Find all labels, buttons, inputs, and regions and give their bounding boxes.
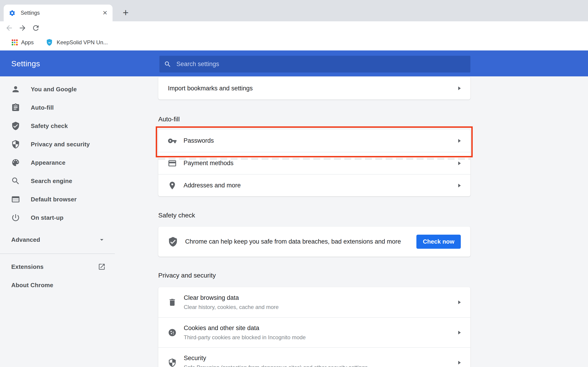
clipboard-icon xyxy=(11,103,20,112)
settings-header: Settings xyxy=(0,50,588,76)
sidebar-divider xyxy=(0,253,115,254)
settings-search-box[interactable] xyxy=(159,56,470,73)
settings-gear-favicon-icon xyxy=(9,10,16,17)
browser-toolbar: Chrome chrome:// settings ⋮ xyxy=(0,21,588,34)
svg-text:∞: ∞ xyxy=(48,41,51,44)
privacy-card: Clear browsing data Clear history, cooki… xyxy=(158,287,470,367)
dashed-underline xyxy=(158,158,470,160)
sidebar-item-default-browser[interactable]: Default browser xyxy=(0,190,115,209)
autofill-card-wrap: Passwords Payment methods Addresses and … xyxy=(158,130,470,196)
tab-strip: Settings ✕ + xyxy=(0,0,588,21)
arrow-right-icon xyxy=(458,161,461,165)
browser-tab-settings[interactable]: Settings ✕ xyxy=(4,5,112,21)
safety-check-text: Chrome can help keep you safe from data … xyxy=(185,238,401,245)
addresses-row[interactable]: Addresses and more xyxy=(158,174,470,196)
sidebar-item-autofill[interactable]: Auto-fill xyxy=(0,98,115,117)
person-icon xyxy=(11,85,20,94)
sidebar-item-search-engine[interactable]: Search engine xyxy=(0,172,115,190)
back-icon[interactable] xyxy=(5,24,13,32)
palette-icon xyxy=(11,158,20,167)
arrow-right-icon xyxy=(458,331,461,334)
bookmark-keepsolid-label: KeepSolid VPN Un... xyxy=(57,39,108,46)
arrow-right-icon xyxy=(458,300,461,304)
sidebar-item-you-and-google[interactable]: You and Google xyxy=(0,80,115,98)
sidebar-item-appearance[interactable]: Appearance xyxy=(0,153,115,172)
tab-title: Settings xyxy=(21,10,103,16)
sidebar-item-safety-check[interactable]: Safety check xyxy=(0,117,115,135)
import-bookmarks-row[interactable]: Import bookmarks and settings xyxy=(158,77,470,100)
passwords-row[interactable]: Passwords xyxy=(158,130,470,152)
bookmark-apps[interactable]: Apps xyxy=(8,39,34,46)
keepsolid-shield-icon: ∞ xyxy=(45,39,53,46)
sidebar-item-about-chrome[interactable]: About Chrome xyxy=(0,276,115,294)
bookmark-keepsolid-vpn[interactable]: ∞ KeepSolid VPN Un... xyxy=(42,39,108,46)
sidebar-item-privacy-security[interactable]: Privacy and security xyxy=(0,135,115,153)
security-row[interactable]: Security Safe Browsing (protection from … xyxy=(158,347,470,367)
settings-search-input[interactable] xyxy=(176,60,406,68)
payment-methods-row[interactable]: Payment methods xyxy=(158,152,470,174)
sidebar-advanced-toggle[interactable]: Advanced xyxy=(0,231,115,249)
half-shield-icon xyxy=(11,140,20,149)
cookie-icon xyxy=(168,328,177,337)
section-heading-privacy: Privacy and security xyxy=(158,272,470,279)
bookmark-apps-label: Apps xyxy=(21,39,34,46)
credit-card-icon xyxy=(168,159,177,168)
browser-window-icon xyxy=(11,195,20,204)
quartered-shield-icon xyxy=(168,358,177,367)
search-icon xyxy=(164,60,171,68)
section-heading-autofill: Auto-fill xyxy=(158,116,470,123)
search-icon xyxy=(11,176,20,186)
power-icon xyxy=(11,213,20,222)
arrow-right-icon xyxy=(458,139,461,143)
open-in-new-icon xyxy=(98,263,106,271)
shield-check-filled-icon xyxy=(168,236,178,247)
chevron-down-icon xyxy=(98,236,106,244)
new-tab-button[interactable]: + xyxy=(119,6,132,19)
settings-sidebar: You and Google Auto-fill Safety check Pr… xyxy=(0,76,115,294)
apps-grid-icon xyxy=(12,40,18,45)
location-pin-icon xyxy=(168,181,177,190)
forward-icon[interactable] xyxy=(18,24,27,32)
page-title: Settings xyxy=(11,59,40,68)
autofill-card: Passwords Payment methods Addresses and … xyxy=(158,130,470,196)
cookies-row[interactable]: Cookies and other site data Third-party … xyxy=(158,317,470,347)
trash-icon xyxy=(168,298,177,307)
chrome-settings-window: { "glyphs": { "close": "✕", "new_tab": "… xyxy=(0,0,588,367)
arrow-right-icon xyxy=(458,86,461,90)
bookmarks-bar: Apps ∞ KeepSolid VPN Un... xyxy=(0,34,588,50)
sidebar-item-on-startup[interactable]: On start-up xyxy=(0,209,115,227)
clear-browsing-data-row[interactable]: Clear browsing data Clear history, cooki… xyxy=(158,287,470,317)
safety-check-card: Chrome can help keep you safe from data … xyxy=(158,227,470,257)
shield-check-icon xyxy=(11,121,20,131)
key-icon xyxy=(168,136,177,145)
arrow-right-icon xyxy=(458,184,461,187)
tab-close-icon[interactable]: ✕ xyxy=(103,9,107,17)
settings-content: Import bookmarks and settings Auto-fill … xyxy=(158,76,470,367)
sidebar-item-extensions[interactable]: Extensions xyxy=(0,258,115,276)
section-heading-safety-check: Safety check xyxy=(158,212,470,219)
arrow-right-icon xyxy=(458,361,461,365)
reload-icon[interactable] xyxy=(32,24,40,32)
check-now-button[interactable]: Check now xyxy=(416,235,461,249)
